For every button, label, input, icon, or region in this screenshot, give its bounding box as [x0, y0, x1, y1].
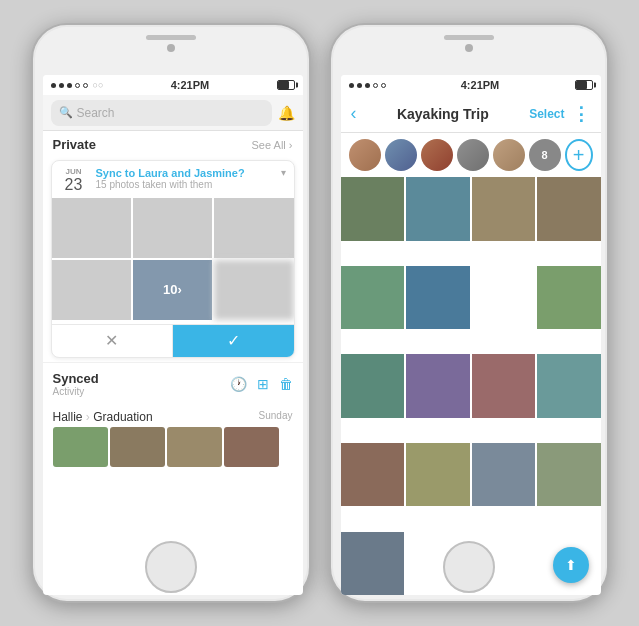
pg-cell-8[interactable] — [341, 354, 405, 418]
search-bar: 🔍 Search 🔔 — [43, 95, 303, 131]
notif-photo-grid: 10› — [52, 198, 294, 324]
private-section-header: Private See All › — [43, 131, 303, 156]
bell-icon[interactable]: 🔔 — [278, 105, 295, 121]
pg-cell-5[interactable] — [341, 266, 405, 330]
speaker-right — [444, 35, 494, 40]
photo-cell-6 — [214, 260, 293, 320]
photo-count-label: 10› — [163, 282, 182, 297]
synced-title-group: Synced Activity — [53, 371, 99, 397]
search-input-container[interactable]: 🔍 Search — [51, 100, 272, 126]
notif-subtitle: 15 photos taken with them — [96, 179, 273, 190]
album-person: Hallie — [53, 410, 83, 424]
camera-right — [465, 44, 473, 52]
pg-cell-15[interactable] — [537, 443, 601, 507]
avatar-4[interactable] — [457, 139, 489, 171]
pg-cell-12[interactable] — [341, 443, 405, 507]
status-time-left: 4:21PM — [171, 79, 210, 91]
phone-top-right — [331, 35, 607, 52]
album-thumb-4 — [224, 427, 279, 467]
notif-title: Sync to Laura and Jasmine? — [96, 167, 273, 179]
rdot5 — [381, 83, 386, 88]
home-button-right[interactable] — [443, 541, 495, 593]
rdot4 — [373, 83, 378, 88]
dot1 — [51, 83, 56, 88]
status-right-left — [277, 80, 295, 90]
carrier-text: ○○ — [93, 80, 104, 90]
home-button-left[interactable] — [145, 541, 197, 593]
rdot3 — [365, 83, 370, 88]
avatar-3[interactable] — [421, 139, 453, 171]
pg-cell-14[interactable] — [472, 443, 536, 507]
photo-cell-1 — [52, 198, 131, 258]
pg-cell-4[interactable] — [537, 177, 601, 241]
pg-cell-7[interactable] — [537, 266, 601, 330]
status-right-right — [575, 80, 593, 90]
album-info: Hallie › Graduation — [53, 407, 153, 425]
album-thumb-3 — [167, 427, 222, 467]
accept-button[interactable]: ✓ — [173, 325, 294, 357]
pg-cell-11[interactable] — [537, 354, 601, 418]
album-thumb-2 — [110, 427, 165, 467]
synced-section: Synced Activity 🕐 ⊞ 🗑 — [43, 362, 303, 401]
album-thumb-1 — [53, 427, 108, 467]
add-participant-button[interactable]: + — [565, 139, 593, 171]
album-thumbs — [43, 427, 303, 471]
avatar-1[interactable] — [349, 139, 381, 171]
screen-right: 4:21PM ‹ Kayaking Trip Select ⋮ — [341, 75, 601, 595]
private-title: Private — [53, 137, 96, 152]
back-button[interactable]: ‹ — [351, 103, 357, 124]
nav-right: Select ⋮ — [529, 103, 590, 125]
dot3 — [67, 83, 72, 88]
trash-icon[interactable]: 🗑 — [279, 376, 293, 392]
speaker-left — [146, 35, 196, 40]
avatar-2[interactable] — [385, 139, 417, 171]
pg-cell-1[interactable] — [341, 177, 405, 241]
see-all-button[interactable]: See All › — [252, 139, 293, 151]
dot4 — [75, 83, 80, 88]
select-button[interactable]: Select — [529, 107, 564, 121]
notif-actions: ✕ ✓ — [52, 324, 294, 357]
screen-left: ○○ 4:21PM 🔍 Search 🔔 Private — [43, 75, 303, 595]
search-placeholder: Search — [77, 106, 115, 120]
pg-cell-9[interactable] — [406, 354, 470, 418]
album-sub: Graduation — [93, 410, 152, 424]
avatar-5[interactable] — [493, 139, 525, 171]
dropdown-icon[interactable]: ▾ — [281, 167, 286, 178]
dot2 — [59, 83, 64, 88]
pg-cell-3[interactable] — [472, 177, 536, 241]
album-item[interactable]: Hallie › Graduation Sunday — [43, 401, 303, 427]
rdot2 — [357, 83, 362, 88]
status-bar-right: 4:21PM — [341, 75, 601, 95]
phone-left: ○○ 4:21PM 🔍 Search 🔔 Private — [31, 23, 311, 603]
sync-notification-card: JUN 23 Sync to Laura and Jasmine? 15 pho… — [51, 160, 295, 358]
photo-grid — [341, 177, 601, 595]
more-options-button[interactable]: ⋮ — [572, 103, 590, 125]
avatar-count-badge[interactable]: 8 — [529, 139, 561, 171]
nav-bar: ‹ Kayaking Trip Select ⋮ — [341, 95, 601, 133]
pg-cell-6[interactable] — [406, 266, 470, 330]
accept-icon: ✓ — [227, 331, 240, 350]
pg-cell-2[interactable] — [406, 177, 470, 241]
date-month: JUN — [65, 167, 81, 176]
grid-icon[interactable]: ⊞ — [257, 376, 269, 392]
pg-cell-13[interactable] — [406, 443, 470, 507]
camera-left — [167, 44, 175, 52]
album-name: Hallie › Graduation — [53, 410, 153, 424]
signal-dots: ○○ — [51, 80, 104, 90]
cancel-button[interactable]: ✕ — [52, 325, 174, 357]
clock-icon[interactable]: 🕐 — [230, 376, 247, 392]
photo-cell-4 — [52, 260, 131, 320]
album-date: Sunday — [259, 410, 293, 421]
phone-top-left — [33, 35, 309, 52]
nav-title: Kayaking Trip — [397, 106, 489, 122]
signal-dots-right — [349, 83, 386, 88]
share-fab[interactable]: ⬆ — [553, 547, 589, 583]
pg-cell-16[interactable] — [341, 532, 405, 596]
synced-header: Synced Activity 🕐 ⊞ 🗑 — [53, 371, 293, 397]
notif-header: JUN 23 Sync to Laura and Jasmine? 15 pho… — [52, 161, 294, 198]
date-day: 23 — [65, 176, 83, 194]
synced-icons: 🕐 ⊞ 🗑 — [230, 376, 293, 392]
pg-cell-10[interactable] — [472, 354, 536, 418]
notif-text: Sync to Laura and Jasmine? 15 photos tak… — [96, 167, 273, 190]
search-icon: 🔍 — [59, 106, 73, 119]
